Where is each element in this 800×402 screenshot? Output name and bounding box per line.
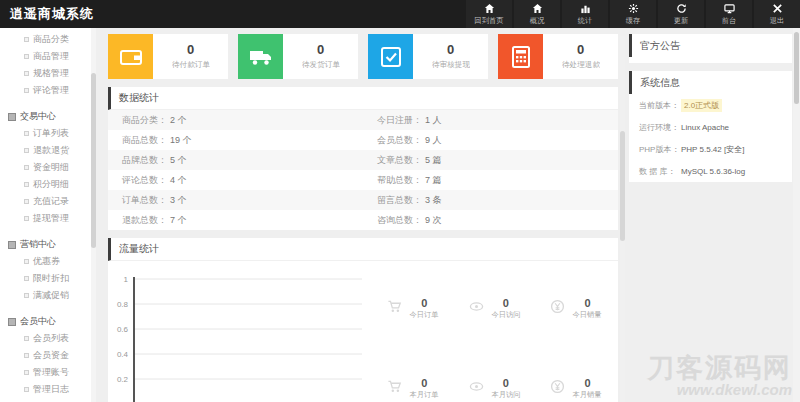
nav-stats[interactable]: 统计 [562, 0, 608, 28]
sidebar-section-trade[interactable]: 交易中心 [0, 108, 96, 125]
nav-logout[interactable]: 退出 [754, 0, 800, 28]
bullet-icon [24, 131, 29, 136]
bullet-icon [24, 216, 29, 221]
stat-label: 文章总数 [377, 155, 413, 165]
card-pending-audit[interactable]: 0 待审核提现 [368, 34, 488, 79]
sidebar-section-marketing[interactable]: 营销中心 [0, 236, 96, 253]
panel-title: 数据统计 [108, 87, 618, 110]
svg-text:0.4: 0.4 [117, 350, 129, 359]
sidebar-item-fund-detail[interactable]: 资金明细 [0, 159, 96, 176]
sidebar-scrollbar-thumb[interactable] [91, 73, 96, 248]
sidebar-item-goods-category[interactable]: 商品分类 [0, 31, 96, 48]
sidebar-item-order-list[interactable]: 订单列表 [0, 125, 96, 142]
card-label: 待处理退款 [562, 59, 600, 69]
mini-stat-label: 今日访问 [491, 309, 520, 319]
sidebar-item-points-detail[interactable]: 积分明细 [0, 176, 96, 193]
wallet-icon [108, 34, 153, 79]
colon: ： [158, 215, 167, 225]
calculator-icon [498, 34, 543, 79]
sidebar: 商品分类 商品管理 规格管理 评论管理 交易中心 订单列表 退款退货 资金明细 … [0, 28, 96, 402]
card-body: 0 待付款订单 [153, 34, 228, 79]
sidebar-item-label: 管理账号 [33, 366, 69, 379]
sidebar-item-label: 优惠券 [33, 255, 60, 268]
truck-icon [238, 34, 283, 79]
info-row-database: 数 据 库： MySQL 5.6.36-log [629, 160, 792, 182]
stat-value: 4 个 [170, 175, 187, 185]
sidebar-item-coupon[interactable]: 优惠券 [0, 253, 96, 270]
sidebar-item-label: 满减促销 [33, 289, 69, 302]
nav-home[interactable]: 回到首页 [466, 0, 512, 28]
version-value: 2.0正式版 [681, 99, 722, 112]
sidebar-section-member[interactable]: 会员中心 [0, 313, 96, 330]
sidebar-item-admin-log[interactable]: 管理日志 [0, 381, 96, 398]
card-label: 待审核提现 [432, 59, 470, 69]
card-pending-shipment[interactable]: 0 待发货订单 [238, 34, 358, 79]
window-scrollbar-thumb[interactable] [794, 32, 799, 104]
nav-overview[interactable]: 概况 [514, 0, 560, 28]
mini-stat-today-visits: 0今日访问 [455, 297, 537, 320]
section-title: 会员中心 [20, 315, 56, 328]
home-icon [532, 3, 543, 14]
sidebar-item-promo[interactable]: 满减促销 [0, 287, 96, 304]
monitor-icon [724, 3, 735, 14]
sidebar-item-withdraw-manage[interactable]: 提现管理 [0, 210, 96, 227]
stat-value: 3 个 [170, 195, 187, 205]
mini-stat-label: 本月销量 [573, 389, 602, 399]
sidebar-item-goods-manage[interactable]: 商品管理 [0, 48, 96, 65]
stat-label: 今日注册 [377, 115, 413, 125]
coin-icon [550, 379, 571, 398]
folder-icon [8, 241, 16, 249]
card-pending-refund[interactable]: 0 待处理退款 [498, 34, 618, 79]
mini-stat-value: 0 [408, 297, 440, 309]
card-value: 0 [317, 43, 324, 57]
top-nav: 回到首页 概况 统计 缓存 更新 前台 退出 [464, 0, 800, 28]
mini-stat-month-sales: 0本月销量 [536, 377, 618, 400]
mini-stat-value: 0 [571, 377, 603, 389]
bar-chart-icon [580, 3, 591, 14]
card-pending-payment[interactable]: 0 待付款订单 [108, 34, 228, 79]
stat-value: 2 个 [170, 115, 187, 125]
bullet-icon [24, 387, 29, 392]
info-value: PHP 5.5.42 [安全] [681, 144, 744, 155]
mini-stat-today-orders: 0今日订单 [373, 297, 455, 320]
card-body: 0 待审核提现 [413, 34, 488, 79]
colon: ： [413, 115, 422, 125]
nav-frontend[interactable]: 前台 [706, 0, 752, 28]
sidebar-item-recharge-record[interactable]: 充值记录 [0, 193, 96, 210]
panel-title: 系统信息 [629, 71, 792, 94]
stat-value: 7 篇 [425, 175, 442, 185]
stat-label: 商品总数 [122, 135, 158, 145]
window-scrollbar[interactable] [793, 28, 800, 402]
bullet-icon [24, 276, 29, 281]
nav-label: 更新 [674, 15, 688, 25]
nav-refresh[interactable]: 更新 [658, 0, 704, 28]
nav-cache[interactable]: 缓存 [610, 0, 656, 28]
main-scrollbar[interactable] [620, 36, 625, 402]
sidebar-item-admin-account[interactable]: 管理账号 [0, 364, 96, 381]
main-scrollbar-thumb[interactable] [620, 131, 625, 241]
bullet-icon [24, 88, 29, 93]
stat-label: 帮助总数 [377, 175, 413, 185]
sidebar-item-spec-manage[interactable]: 规格管理 [0, 65, 96, 82]
stats-row: 订单总数：3 个 留言总数：3 条 [108, 190, 618, 210]
sidebar-item-flash-sale[interactable]: 限时折扣 [0, 270, 96, 287]
refresh-icon [676, 3, 687, 14]
sidebar-item-member-fund[interactable]: 会员资金 [0, 347, 96, 364]
colon: ： [413, 175, 422, 185]
stat-value: 1 人 [425, 115, 442, 125]
stats-row: 退款总数：7 个 咨询总数：9 次 [108, 210, 618, 230]
traffic-body: 1 0.8 0.6 0.4 0.2 0 [108, 261, 618, 402]
sidebar-item-label: 商品管理 [33, 50, 69, 63]
mini-stat-today-sales: 0今日销量 [536, 297, 618, 320]
sidebar-item-comment-manage[interactable]: 评论管理 [0, 82, 96, 99]
sidebar-item-member-list[interactable]: 会员列表 [0, 330, 96, 347]
sidebar-item-label: 资金明细 [33, 161, 69, 174]
sidebar-menu: 商品分类 商品管理 规格管理 评论管理 交易中心 订单列表 退款退货 资金明细 … [0, 28, 96, 402]
bullet-icon [24, 37, 29, 42]
sidebar-item-label: 订单列表 [33, 127, 69, 140]
sidebar-scrollbar[interactable] [91, 28, 96, 402]
system-info-panel: 系统信息 当前版本： 2.0正式版 运行环境： Linux Apache PHP… [629, 71, 792, 182]
stat-value: 9 人 [425, 135, 442, 145]
stat-label: 品牌总数 [122, 155, 158, 165]
sidebar-item-refund[interactable]: 退款退货 [0, 142, 96, 159]
